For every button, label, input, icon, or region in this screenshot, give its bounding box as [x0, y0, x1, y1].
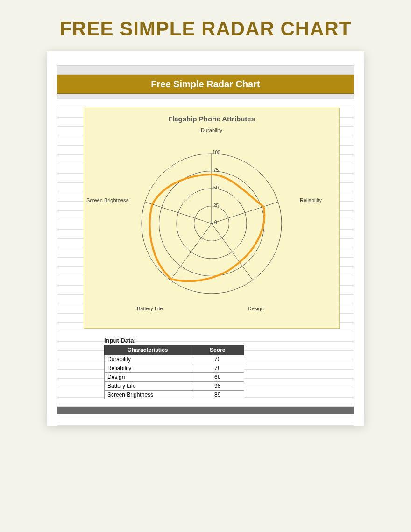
input-data-table: Characteristics Score Durability 70 Reli…: [104, 345, 244, 399]
radar-svg: [104, 127, 319, 314]
table-row: Durability 70: [105, 355, 244, 364]
cell-label: Durability: [105, 355, 191, 364]
cell-score: 98: [191, 382, 244, 391]
radar-chart-panel: Flagship Phone Attributes Durability Rel…: [84, 108, 340, 329]
spreadsheet-grid: Flagship Phone Attributes Durability Rel…: [57, 108, 354, 406]
input-heading: Input Data:: [104, 337, 244, 344]
axis-label-durability: Durability: [201, 127, 222, 133]
axis-label-brightness: Screen Brightness: [86, 197, 128, 203]
table-row: Battery Life 98: [105, 382, 244, 391]
axis-label-battery: Battery Life: [137, 306, 163, 311]
cell-label: Design: [105, 373, 191, 382]
radar-chart: Durability Reliability Design Battery Li…: [104, 127, 319, 314]
cell-score: 78: [191, 364, 244, 373]
cell-score: 70: [191, 355, 244, 364]
cell-label: Screen Brightness: [105, 391, 191, 399]
cell-label: Reliability: [105, 364, 191, 373]
axis-label-design: Design: [248, 306, 264, 311]
svg-line-8: [145, 202, 212, 224]
tick-50: 50: [213, 185, 219, 190]
sheet-top-bar: [57, 65, 354, 75]
cell-score: 89: [191, 391, 244, 399]
document-sheet: Free Simple Radar Chart Flagship Phone A…: [47, 51, 364, 426]
tick-75: 75: [213, 168, 219, 173]
svg-line-5: [212, 202, 278, 224]
col-score: Score: [191, 345, 244, 355]
table-row: Screen Brightness 89: [105, 391, 244, 399]
cell-score: 68: [191, 373, 244, 382]
page-title: FREE SIMPLE RADAR CHART: [0, 0, 411, 51]
chart-title: Flagship Phone Attributes: [84, 115, 339, 123]
axis-label-reliability: Reliability: [300, 197, 322, 203]
tick-0: 0: [214, 220, 217, 225]
sheet-sub-bar: [57, 94, 354, 99]
cell-label: Battery Life: [105, 382, 191, 391]
table-row: Reliability 78: [105, 364, 244, 373]
tick-100: 100: [213, 150, 220, 155]
sheet-title: Free Simple Radar Chart: [57, 75, 354, 94]
col-characteristics: Characteristics: [105, 345, 191, 355]
tick-25: 25: [213, 203, 219, 208]
table-row: Design 68: [105, 373, 244, 382]
input-data-block: Input Data: Characteristics Score Durabi…: [104, 337, 244, 399]
